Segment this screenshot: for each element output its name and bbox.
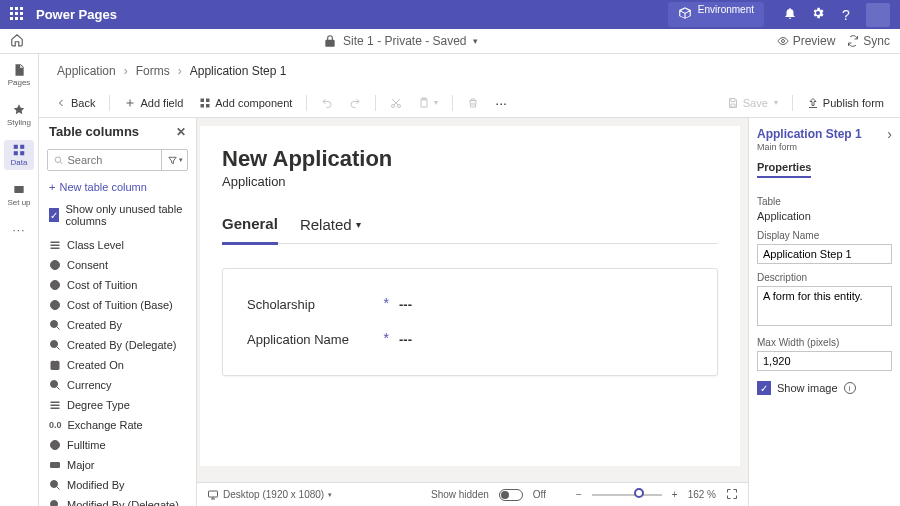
nav-setup[interactable]: Set up	[4, 180, 34, 210]
back-button[interactable]: Back	[49, 94, 101, 112]
nav-data[interactable]: Data	[4, 140, 34, 170]
user-avatar[interactable]	[866, 3, 890, 27]
app-launcher-icon[interactable]	[10, 7, 26, 23]
nav-styling[interactable]: Styling	[4, 100, 34, 130]
field-application-name[interactable]: Application Name* ---	[247, 322, 693, 357]
svg-rect-4	[20, 151, 24, 155]
paste-button[interactable]: ▾	[412, 94, 444, 112]
display-name-label: Display Name	[757, 230, 892, 241]
form-section[interactable]: Scholarship* --- Application Name* ---	[222, 268, 718, 376]
field-scholarship[interactable]: Scholarship* ---	[247, 287, 693, 322]
column-item[interactable]: Fulltime	[39, 435, 196, 455]
svg-point-31	[51, 501, 58, 507]
crumb-forms[interactable]: Forms	[136, 64, 170, 78]
svg-rect-6	[201, 98, 205, 102]
svg-rect-3	[14, 151, 18, 155]
search-icon	[54, 155, 64, 166]
zoom-out-button[interactable]: −	[576, 489, 582, 500]
environment-value	[698, 15, 754, 24]
cut-button[interactable]	[384, 94, 408, 112]
column-item[interactable]: 0.0Exchange Rate	[39, 415, 196, 435]
column-item[interactable]: Created By (Delegate)	[39, 335, 196, 355]
settings-button[interactable]	[804, 6, 832, 23]
svg-point-30	[51, 481, 58, 488]
nav-pages[interactable]: Pages	[4, 60, 34, 90]
home-button[interactable]	[10, 33, 24, 50]
redo-button[interactable]	[343, 94, 367, 112]
checkbox-icon: ✓	[757, 381, 771, 395]
global-header: Power Pages Environment ?	[0, 0, 900, 29]
form-canvas: New Application Application General Rela…	[197, 118, 748, 506]
expand-button[interactable]: ›	[887, 126, 892, 142]
display-name-input[interactable]	[757, 244, 892, 264]
tab-general[interactable]: General	[222, 209, 278, 245]
nav-more[interactable]: ···	[4, 220, 34, 240]
add-field-button[interactable]: Add field	[118, 94, 189, 112]
new-column-button[interactable]: + New table column	[39, 175, 196, 199]
environment-label: Environment	[698, 5, 754, 15]
max-width-input[interactable]	[757, 351, 892, 371]
column-item[interactable]: Class Level	[39, 235, 196, 255]
context-bar: Site 1 - Private - Saved ▾ Preview Sync	[0, 29, 900, 54]
device-indicator[interactable]: Desktop (1920 x 1080) ▾	[207, 489, 332, 501]
save-button[interactable]: Save▾	[721, 94, 784, 112]
show-image-checkbox[interactable]: ✓ Show image i	[757, 381, 892, 395]
info-icon[interactable]: i	[844, 382, 856, 394]
table-label: Table	[757, 196, 892, 207]
description-label: Description	[757, 272, 892, 283]
table-columns-panel: Table columns ✕ ▾ + New table column ✓ S…	[39, 118, 197, 506]
column-list: Class LevelConsentCost of TuitionCost of…	[39, 235, 196, 506]
preview-button[interactable]: Preview	[777, 34, 836, 48]
show-hidden-toggle[interactable]	[499, 489, 523, 501]
column-item[interactable]: Modified By	[39, 475, 196, 495]
help-button[interactable]: ?	[832, 7, 860, 23]
column-item[interactable]: Created On	[39, 355, 196, 375]
publish-button[interactable]: Publish form	[801, 94, 890, 112]
svg-rect-27	[51, 408, 60, 410]
svg-point-21	[51, 321, 58, 328]
form-card[interactable]: New Application Application General Rela…	[200, 126, 740, 466]
chevron-right-icon: ›	[124, 64, 128, 78]
undo-button[interactable]	[315, 94, 339, 112]
column-item[interactable]: Modified By (Delegate)	[39, 495, 196, 506]
crumb-application[interactable]: Application	[57, 64, 116, 78]
sync-button[interactable]: Sync	[847, 34, 890, 48]
column-item[interactable]: Currency	[39, 375, 196, 395]
zoom-slider[interactable]	[592, 494, 662, 496]
app-title: Power Pages	[36, 7, 668, 22]
required-icon: *	[384, 295, 389, 311]
checkbox-icon: ✓	[49, 208, 59, 222]
notifications-button[interactable]	[776, 6, 804, 23]
command-bar: Back Add field Add component ▾ ··· Save▾…	[39, 88, 900, 118]
filter-button[interactable]: ▾	[161, 150, 187, 170]
unused-columns-checkbox[interactable]: ✓ Show only unused table columns	[39, 199, 196, 235]
description-input[interactable]	[757, 286, 892, 326]
svg-point-0	[781, 40, 784, 43]
column-item[interactable]: Cost of Tuition	[39, 275, 196, 295]
column-item[interactable]: Major	[39, 455, 196, 475]
site-status[interactable]: Site 1 - Private - Saved ▾	[24, 34, 777, 48]
column-item[interactable]: Cost of Tuition (Base)	[39, 295, 196, 315]
column-item[interactable]: Consent	[39, 255, 196, 275]
table-value: Application	[757, 210, 892, 222]
more-button[interactable]: ···	[489, 92, 513, 114]
svg-rect-34	[209, 491, 218, 497]
column-item[interactable]: Degree Type	[39, 395, 196, 415]
column-item[interactable]: Created By	[39, 315, 196, 335]
delete-button[interactable]	[461, 94, 485, 112]
add-component-button[interactable]: Add component	[193, 94, 298, 112]
fit-button[interactable]	[726, 488, 738, 502]
column-search-input[interactable]	[68, 154, 155, 166]
svg-point-22	[51, 341, 58, 348]
prop-title: Application Step 1	[757, 127, 862, 141]
search-input-wrapper[interactable]	[48, 150, 161, 170]
close-panel-button[interactable]: ✕	[176, 125, 186, 139]
zoom-value: 162 %	[688, 489, 716, 500]
tab-related[interactable]: Related ▾	[300, 209, 361, 243]
show-hidden-label: Show hidden	[431, 489, 489, 500]
chevron-down-icon: ▾	[356, 219, 361, 230]
zoom-in-button[interactable]: +	[672, 489, 678, 500]
environment-picker[interactable]: Environment	[668, 2, 764, 27]
svg-rect-15	[51, 242, 60, 244]
properties-panel: Application Step 1 › Main form Propertie…	[748, 118, 900, 506]
